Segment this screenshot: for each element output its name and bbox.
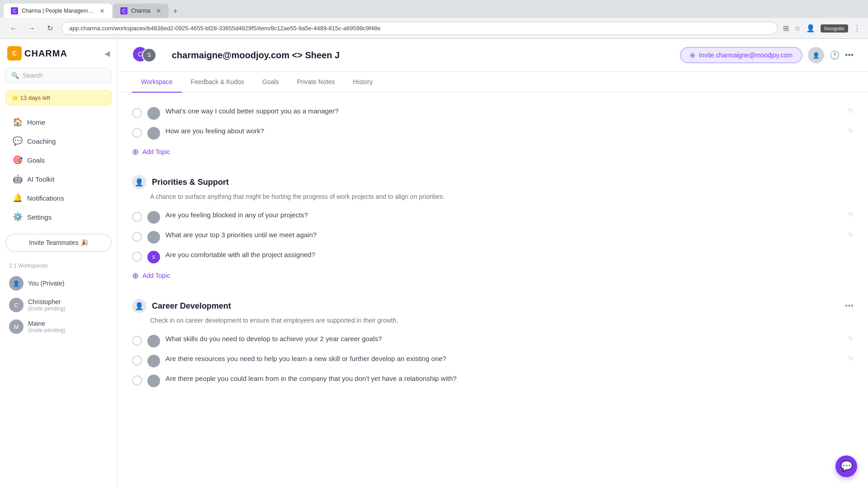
menu-icon[interactable]: ⋮	[854, 24, 861, 33]
tab-goals[interactable]: Goals	[253, 72, 288, 93]
section-priorities: 👤 Priorities & Support A chance to surfa…	[132, 175, 854, 284]
question-item-2: How are you feeling about work? ↻	[132, 123, 854, 143]
refresh-icon-3[interactable]: ↻	[848, 211, 854, 218]
sidebar-item-settings[interactable]: ⚙️ Settings	[4, 207, 113, 226]
checkbox-q4[interactable]	[132, 232, 142, 242]
checkbox-q1[interactable]	[132, 108, 142, 118]
checkbox-q7[interactable]	[132, 356, 142, 366]
add-topic-icon-1: ⊕	[132, 271, 139, 281]
question-text-1: What's one way I could better support yo…	[165, 107, 839, 115]
checkbox-q2[interactable]	[132, 128, 142, 138]
tab-workspace[interactable]: Workspace	[132, 72, 182, 93]
new-tab-button[interactable]: +	[170, 5, 182, 18]
avatar-maine: M	[9, 319, 24, 334]
refresh-icon-1[interactable]: ↻	[848, 107, 854, 114]
sidebar-item-home[interactable]: 🏠 Home	[4, 113, 113, 131]
invite-header-label: Invite charmaigne@moodjoy.com	[699, 52, 793, 59]
trial-text: ⭐ 13 days left	[11, 94, 50, 101]
tab-close-1[interactable]: ✕	[99, 7, 105, 14]
tab-private-notes[interactable]: Private Notes	[288, 72, 344, 93]
sidebar-item-goals[interactable]: 🎯 Goals	[4, 150, 113, 169]
workspace-item-christopher[interactable]: C Christopher (Invite pending)	[0, 294, 117, 316]
question-item-6: What skills do you need to develop to ac…	[132, 331, 854, 351]
tab-favicon-2: C	[120, 7, 127, 14]
logo-text: CHARMA	[24, 48, 67, 59]
question-item-5: S Are you comfortable with all the proje…	[132, 247, 854, 267]
search-box[interactable]: 🔍 Search	[5, 68, 112, 83]
checkbox-q5[interactable]	[132, 252, 142, 262]
more-options-btn[interactable]: •••	[845, 51, 854, 60]
header-left: C S charmaigne@moodjoy.com <> Sheen J	[132, 46, 340, 64]
url-text: app.charma.com/workspaces/b4838ed2-0925-…	[69, 25, 770, 32]
nav-tabs: Workspace Feedback & Kudos Goals Private…	[118, 72, 868, 93]
address-bar: ← → ↻ app.charma.com/workspaces/b4838ed2…	[0, 18, 868, 39]
section-options-career[interactable]: •••	[845, 301, 854, 311]
add-topic-label-0: Add Topic	[142, 148, 170, 155]
page-header: C S charmaigne@moodjoy.com <> Sheen J ⊕ …	[118, 39, 868, 72]
checkbox-q8[interactable]	[132, 375, 142, 385]
question-text-4: What are your top 3 priorities until we …	[165, 231, 839, 239]
history-icon-btn[interactable]: 🕐	[830, 50, 840, 60]
sidebar: C CHARMA ◀ 🔍 Search ⭐ 13 days left 🏠 Hom…	[0, 39, 118, 488]
add-topic-btn-0[interactable]: ⊕ Add Topic	[132, 143, 854, 160]
workspace-section-title: 1:1 Workspaces	[0, 259, 117, 272]
add-topic-btn-1[interactable]: ⊕ Add Topic	[132, 267, 854, 284]
tab-history[interactable]: History	[344, 72, 382, 93]
q-avatar-2	[147, 127, 160, 140]
reload-button[interactable]: ↻	[43, 22, 56, 35]
sidebar-item-notifications[interactable]: 🔔 Notifications	[4, 188, 113, 207]
question-text-7: Are there resources you need to help you…	[165, 355, 839, 362]
workspace-item-private[interactable]: 👤 You (Private)	[0, 272, 117, 294]
question-text-6: What skills do you need to develop to ac…	[165, 335, 839, 343]
tab-close-2[interactable]: ✕	[156, 7, 161, 14]
workspace-info-christopher: Christopher (Invite pending)	[28, 298, 66, 312]
back-button[interactable]: ←	[7, 22, 20, 35]
nav-label-coaching: Coaching	[27, 137, 56, 145]
nav-label-home: Home	[27, 118, 45, 126]
section-avatar-priorities: 👤	[132, 175, 146, 189]
q-avatar-6	[147, 335, 160, 347]
add-topic-icon-0: ⊕	[132, 147, 139, 157]
workspace-info-private: You (Private)	[28, 280, 64, 287]
checkbox-q3[interactable]	[132, 212, 142, 222]
cast-icon[interactable]: ⊞	[783, 24, 789, 33]
refresh-icon-7[interactable]: ↻	[848, 355, 854, 362]
sidebar-item-coaching[interactable]: 💬 Coaching	[4, 131, 113, 150]
sidebar-item-ai-toolkit[interactable]: 🤖 AI Toolkit	[4, 169, 113, 188]
section-title-career: Career Development	[152, 301, 231, 311]
settings-icon: ⚙️	[13, 212, 23, 222]
chat-bubble[interactable]: 💬	[835, 455, 857, 477]
invite-teammates-button[interactable]: Invite Teammates 🎉	[5, 234, 112, 252]
question-item-1: What's one way I could better support yo…	[132, 103, 854, 123]
url-bar[interactable]: app.charma.com/workspaces/b4838ed2-0925-…	[61, 22, 778, 35]
section-desc-career: Check in on career development to ensure…	[150, 317, 854, 324]
refresh-icon-6[interactable]: ↻	[848, 335, 854, 342]
tab-feedback[interactable]: Feedback & Kudos	[182, 72, 253, 93]
question-item-7: Are there resources you need to help you…	[132, 351, 854, 371]
question-text-8: Are there people you could learn from in…	[165, 375, 854, 382]
home-icon: 🏠	[13, 117, 23, 127]
workspace-item-maine[interactable]: M Maine (Invite pending)	[0, 316, 117, 338]
tab-inactive[interactable]: C Charma ✕	[113, 4, 169, 18]
invite-icon: ⊕	[690, 52, 695, 59]
header-profile-avatar[interactable]: 👤	[808, 47, 824, 63]
checkbox-q6[interactable]	[132, 336, 142, 346]
profile-icon[interactable]: 👤	[806, 24, 815, 33]
q-avatar-8	[147, 375, 160, 387]
content-area: What's one way I could better support yo…	[118, 93, 868, 488]
bookmark-icon[interactable]: ☆	[794, 24, 801, 33]
avatar-user2: S	[142, 48, 156, 62]
question-item-3: Are you feeling blocked in any of your p…	[132, 207, 854, 227]
refresh-icon-2[interactable]: ↻	[848, 127, 854, 134]
workspace-name-christopher: Christopher	[28, 298, 66, 305]
invite-header-button[interactable]: ⊕ Invite charmaigne@moodjoy.com	[680, 47, 802, 63]
section-top-questions: What's one way I could better support yo…	[132, 103, 854, 160]
browser-chrome: C Charma | People Management S... ✕ C Ch…	[0, 0, 868, 39]
q-avatar-7	[147, 355, 160, 367]
tab-favicon-1: C	[11, 7, 18, 14]
logo-area: C CHARMA ◀	[0, 46, 117, 68]
refresh-icon-4[interactable]: ↻	[848, 231, 854, 238]
forward-button[interactable]: →	[25, 22, 38, 35]
collapse-button[interactable]: ◀	[104, 49, 110, 58]
tab-active[interactable]: C Charma | People Management S... ✕	[4, 4, 112, 18]
